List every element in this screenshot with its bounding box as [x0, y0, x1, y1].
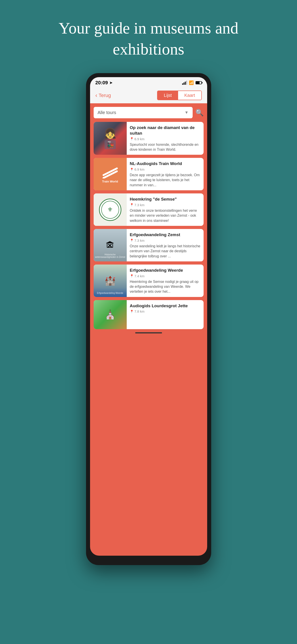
navigation-arrow-icon: ➤ [109, 80, 113, 85]
status-icons: 📶 [182, 80, 202, 85]
tour-card-5-distance: 📍 7.4 km [130, 274, 201, 278]
tour-card-4-body: Erfgoedwandeling Zemst 📍 7.3 km Onze wan… [127, 229, 204, 262]
tab-list-button[interactable]: Lijst [158, 91, 178, 100]
back-button[interactable]: ‹ Terug [95, 92, 111, 99]
location-pin-icon-4: 📍 [130, 238, 134, 242]
location-pin-icon-6: 📍 [130, 310, 134, 313]
tour-card-1-image: 👧 🚂 [94, 122, 127, 155]
tour-card-4-distance: 📍 7.3 km [130, 238, 201, 242]
tour-card-6[interactable]: ⛪ Audiogids Lourdesgrot Jette 📍 7.8 km [94, 300, 204, 329]
status-bar: 20:09 ➤ 📶 [90, 77, 207, 88]
tour-card-4-desc: Onze wandeling leidt je langs het histor… [130, 244, 201, 259]
tour-card-5[interactable]: 🏰 Erfgoedwandeling Weerde Erfgoedwandeli… [94, 264, 204, 297]
zemst-overlay-text: Historische wetenswaardigheden in Zemst [94, 252, 127, 259]
location-pin-icon-3: 📍 [130, 203, 134, 206]
search-icon: 🔍 [195, 109, 204, 116]
battery-icon [196, 81, 202, 84]
tour-card-3-distance: 📍 7.3 km [130, 203, 201, 207]
tour-card-2-body: NL-Audiogids Train World 📍 6.9 km Deze a… [127, 158, 204, 190]
chevron-down-icon: ▼ [185, 110, 189, 115]
phone-frame: 20:09 ➤ 📶 ‹ Terug [86, 73, 211, 565]
tour-card-6-image: ⛪ [94, 300, 127, 329]
wifi-icon: 📶 [189, 80, 194, 85]
scroll-indicator [135, 332, 162, 334]
tour-card-4-image: 🏚 Historische wetenswaardigheden in Zems… [94, 229, 127, 262]
weerde-overlay-text: Erfgoedwandeling Weerde [94, 291, 127, 295]
tour-card-3-body: Heemkring "de Semse" 📍 7.3 km Ontdek in … [127, 194, 204, 226]
tour-card-2-image: Train World [94, 158, 127, 190]
tour-card-4[interactable]: 🏚 Historische wetenswaardigheden in Zems… [94, 229, 204, 262]
tour-card-3-desc: Ontdek in onze tentoonstellingen het ver… [130, 208, 201, 223]
train-world-logo-icon [101, 165, 119, 178]
content-area: Alle tours ▼ 🔍 👧 🚂 [90, 103, 207, 339]
location-pin-icon-2: 📍 [130, 168, 134, 171]
phone-screen: 20:09 ➤ 📶 ‹ Terug [90, 77, 207, 556]
tour-card-4-title: Erfgoedwandeling Zemst [130, 232, 201, 238]
tour-card-2-title: NL-Audiogids Train World [130, 161, 201, 166]
hero-title: Your guide in museums and exhibitions [48, 18, 249, 60]
tour-card-2[interactable]: Train World NL-Audiogids Train World 📍 6… [94, 158, 204, 190]
tour-card-3-title: Heemkring "de Semse" [130, 196, 201, 202]
tab-group: Lijst Kaart [157, 90, 202, 100]
search-row: Alle tours ▼ 🔍 [94, 107, 204, 118]
tour-card-5-desc: Heemkring de Semse nodigt je graag uit o… [130, 279, 201, 294]
tour-card-3[interactable]: ⚜ Heemkring "de Semse" 📍 7.3 km Ontdek i… [94, 194, 204, 226]
location-pin-icon: 📍 [130, 137, 134, 141]
tour-card-2-distance: 📍 6.9 km [130, 168, 201, 171]
back-label: Terug [99, 92, 111, 98]
tour-card-2-desc: Deze app vergezelt je tijdens je bezoek.… [130, 173, 201, 188]
tour-card-5-title: Erfgoedwandeling Weerde [130, 268, 201, 273]
tour-card-6-title: Audiogids Lourdesgrot Jette [130, 303, 201, 309]
signal-bars-icon [182, 81, 187, 85]
status-time: 20:09 [95, 80, 108, 86]
dropdown-label: Alle tours [98, 110, 116, 115]
tour-card-3-image: ⚜ [94, 194, 127, 226]
tour-card-1-title: Op zoek naar de diamant van de sultan [130, 125, 201, 136]
tour-card-6-body: Audiogids Lourdesgrot Jette 📍 7.8 km [127, 300, 204, 329]
heemkring-logo-icon: ⚜ [99, 198, 121, 221]
tour-card-6-distance: 📍 7.8 km [130, 310, 201, 313]
train-world-text: Train World [102, 180, 118, 183]
tour-card-5-body: Erfgoedwandeling Weerde 📍 7.4 km Heemkri… [127, 264, 204, 297]
tour-card-1-distance: 📍 6.9 km [130, 137, 201, 141]
tour-card-5-image: 🏰 Erfgoedwandeling Weerde [94, 264, 127, 297]
nav-bar: ‹ Terug Lijst Kaart [90, 88, 207, 103]
tours-filter-dropdown[interactable]: Alle tours ▼ [94, 107, 193, 118]
search-button[interactable]: 🔍 [195, 109, 204, 116]
location-pin-icon-5: 📍 [130, 274, 134, 278]
tour-card-1-body: Op zoek naar de diamant van de sultan 📍 … [127, 122, 204, 155]
tour-card-1-desc: Speurtocht voor horende, slechthorende e… [130, 142, 201, 152]
back-chevron-icon: ‹ [95, 92, 97, 99]
tab-map-button[interactable]: Kaart [178, 91, 201, 100]
tour-card-1[interactable]: 👧 🚂 Op zoek naar de diamant van de sulta… [94, 122, 204, 155]
